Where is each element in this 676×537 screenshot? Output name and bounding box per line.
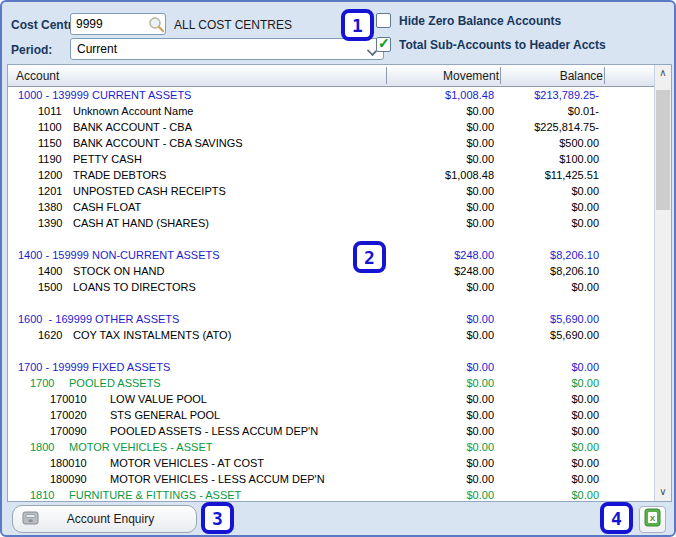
grid-row[interactable]: 1700 - 199999 FIXED ASSETS$0.00$0.00 (8, 359, 654, 375)
total-sub-checkbox[interactable]: ✓ (376, 37, 391, 52)
movement-cell: $0.00 (387, 103, 501, 119)
account-name: UNPOSTED CASH RECEIPTS (73, 185, 226, 197)
account-code: 170010 (50, 391, 110, 407)
account-cell: 1600 - 169999 OTHER ASSETS (8, 311, 387, 327)
account-code: 1400 (38, 263, 73, 279)
grid-row[interactable]: 1380CASH FLOAT$0.00$0.00 (8, 199, 654, 215)
grid-row[interactable]: 180010MOTOR VEHICLES - AT COST$0.00$0.00 (8, 455, 654, 471)
grid-row[interactable]: 1000 - 139999 CURRENT ASSETS$1,008.48$21… (8, 87, 654, 103)
total-sub-row: ✓ Total Sub-Accounts to Header Accts (376, 37, 606, 52)
export-excel-button[interactable]: X (639, 506, 666, 533)
account-cell (8, 295, 387, 311)
grid-row[interactable]: 1390CASH AT HAND (SHARES)$0.00$0.00 (8, 215, 654, 231)
grid-header: Account Movement Balance (8, 65, 654, 87)
movement-cell: $0.00 (387, 199, 501, 215)
movement-cell: $0.00 (387, 215, 501, 231)
account-cell: 1201UNPOSTED CASH RECEIPTS (8, 183, 387, 199)
grid-row[interactable]: 1011Unknown Account Name$0.00$0.01- (8, 103, 654, 119)
hide-zero-checkbox[interactable]: ✓ (376, 13, 391, 28)
account-name: LOW VALUE POOL (110, 393, 207, 405)
grid-row[interactable]: 1201UNPOSTED CASH RECEIPTS$0.00$0.00 (8, 183, 654, 199)
grid-rows: 1000 - 139999 CURRENT ASSETS$1,008.48$21… (8, 87, 654, 501)
account-cell: 180090MOTOR VEHICLES - LESS ACCUM DEP'N (8, 471, 387, 487)
account-cell: 1400STOCK ON HAND (8, 263, 387, 279)
movement-cell: $0.00 (387, 135, 501, 151)
balance-cell: $0.00 (501, 471, 605, 487)
balance-cell (501, 295, 605, 311)
grid-row[interactable]: 1800MOTOR VEHICLES - ASSET$0.00$0.00 (8, 439, 654, 455)
account-name: LOANS TO DIRECTORS (73, 281, 196, 293)
movement-cell: $0.00 (387, 183, 501, 199)
balance-cell: $100.00 (501, 151, 605, 167)
account-cell: 1400 - 159999 NON-CURRENT ASSETS (8, 247, 387, 263)
grid-row[interactable]: 1810FURNITURE & FITTINGS - ASSET$0.00$0.… (8, 487, 654, 501)
grid-row[interactable]: 1150BANK ACCOUNT - CBA SAVINGS$0.00$500.… (8, 135, 654, 151)
grid-row[interactable]: 170020STS GENERAL POOL$0.00$0.00 (8, 407, 654, 423)
movement-cell: $0.00 (387, 311, 501, 327)
balance-cell: $0.00 (501, 423, 605, 439)
period-value: Current (77, 42, 117, 56)
account-cell: 170090POOLED ASSETS - LESS ACCUM DEP'N (8, 423, 387, 439)
grid-row[interactable]: 1400 - 159999 NON-CURRENT ASSETS$248.00$… (8, 247, 654, 263)
grid-row[interactable]: 1600 - 169999 OTHER ASSETS$0.00$5,690.00 (8, 311, 654, 327)
movement-cell: $0.00 (387, 327, 501, 343)
movement-cell: $0.00 (387, 375, 501, 391)
account-cell: 1390CASH AT HAND (SHARES) (8, 215, 387, 231)
account-enquiry-button[interactable]: Account Enquiry (12, 505, 197, 533)
balance-cell: $225,814.75- (501, 119, 605, 135)
grid-row[interactable]: 1190PETTY CASH$0.00$100.00 (8, 151, 654, 167)
scroll-down-icon[interactable]: ∨ (655, 484, 671, 501)
movement-cell (387, 295, 501, 311)
movement-cell: $0.00 (387, 471, 501, 487)
balance-cell: $0.01- (501, 103, 605, 119)
account-cell: 1000 - 139999 CURRENT ASSETS (8, 87, 387, 103)
account-code: 1011 (38, 103, 73, 119)
account-name: POOLED ASSETS - LESS ACCUM DEP'N (110, 425, 318, 437)
account-code: 1380 (38, 199, 73, 215)
movement-cell: $0.00 (387, 487, 501, 501)
column-header-movement[interactable]: Movement (387, 65, 499, 87)
grid-row[interactable]: 180090MOTOR VEHICLES - LESS ACCUM DEP'N$… (8, 471, 654, 487)
hide-zero-label: Hide Zero Balance Accounts (399, 14, 561, 28)
grid-row[interactable]: 170090POOLED ASSETS - LESS ACCUM DEP'N$0… (8, 423, 654, 439)
vertical-scrollbar[interactable]: ∧ ∨ (654, 65, 671, 501)
balance-cell: $0.00 (501, 375, 605, 391)
grid-row[interactable]: 1500LOANS TO DIRECTORS$0.00$0.00 (8, 279, 654, 295)
movement-cell: $248.00 (387, 263, 501, 279)
account-name: STS GENERAL POOL (110, 409, 220, 421)
account-name: CASH FLOAT (73, 201, 141, 213)
balance-cell: $0.00 (501, 487, 605, 501)
account-cell: 1700 - 199999 FIXED ASSETS (8, 359, 387, 375)
account-code: 1390 (38, 215, 73, 231)
account-cell: 1800MOTOR VEHICLES - ASSET (8, 439, 387, 455)
grid-row[interactable]: 1700POOLED ASSETS$0.00$0.00 (8, 375, 654, 391)
annotation-badge-2: 2 (353, 241, 386, 273)
column-header-balance[interactable]: Balance (501, 65, 603, 87)
scroll-up-icon[interactable]: ∧ (655, 65, 671, 82)
movement-cell: $0.00 (387, 151, 501, 167)
account-name: MOTOR VEHICLES - ASSET (69, 441, 212, 453)
account-name: TRADE DEBTORS (73, 169, 166, 181)
grid-row[interactable]: 1100BANK ACCOUNT - CBA$0.00$225,814.75- (8, 119, 654, 135)
scrollbar-thumb[interactable] (656, 90, 670, 210)
balance-cell (501, 231, 605, 247)
excel-export-icon: X (644, 508, 661, 531)
search-icon[interactable] (148, 16, 164, 32)
account-cell: 1380CASH FLOAT (8, 199, 387, 215)
column-header-account[interactable]: Account (16, 65, 59, 87)
grid-row[interactable]: 1200TRADE DEBTORS$1,008.48$11,425.51 (8, 167, 654, 183)
grid-row[interactable]: 170010LOW VALUE POOL$0.00$0.00 (8, 391, 654, 407)
check-icon: ✓ (378, 36, 390, 51)
annotation-badge-4: 4 (600, 502, 633, 534)
balance-cell: $213,789.25- (501, 87, 605, 103)
svg-text:X: X (650, 514, 656, 523)
grid-row[interactable]: 1400STOCK ON HAND$248.00$8,206.10 (8, 263, 654, 279)
movement-cell: $1,008.48 (387, 167, 501, 183)
account-code: 170020 (50, 407, 110, 423)
period-dropdown[interactable]: Current (70, 38, 384, 60)
total-sub-label: Total Sub-Accounts to Header Accts (399, 38, 606, 52)
movement-cell: $0.00 (387, 423, 501, 439)
cost-centre-description: ALL COST CENTRES (174, 18, 292, 32)
account-cell: 170010LOW VALUE POOL (8, 391, 387, 407)
grid-row[interactable]: 1620COY TAX INSTALMENTS (ATO)$0.00$5,690… (8, 327, 654, 343)
